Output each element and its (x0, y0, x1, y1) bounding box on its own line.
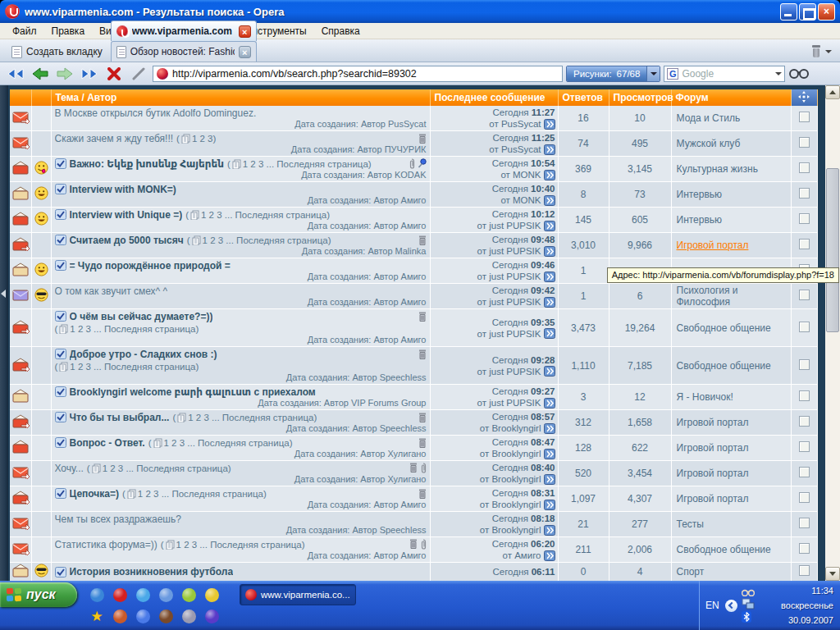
thread-checkbox[interactable] (799, 390, 810, 401)
quicklaunch-opera-icon[interactable] (108, 584, 131, 605)
last-post-user[interactable]: от Brooklyngirl (480, 499, 555, 510)
search-engine-dropdown-icon[interactable] (775, 72, 782, 75)
header-replies[interactable]: Ответов (558, 89, 609, 106)
thread-title-link[interactable]: О чём вы сейчас думаете?=)) (70, 311, 213, 322)
quicklaunch-ie-icon[interactable] (131, 584, 154, 605)
tray-collapse-button[interactable] (725, 600, 737, 612)
page-links[interactable]: (1 2 3 ... Последняя страница) (172, 413, 317, 422)
go-last-post-icon[interactable] (544, 195, 555, 206)
last-post-user[interactable]: от Brooklyngirl (480, 524, 555, 536)
go-last-post-icon[interactable] (544, 366, 555, 377)
images-dropdown[interactable]: Рисунки: 67/68 (566, 66, 660, 82)
tray-network-icon[interactable] (742, 598, 755, 609)
thread-checkbox[interactable] (799, 543, 810, 554)
menu-item-help[interactable]: Справка (314, 24, 368, 39)
menu-item-file[interactable]: Файл (5, 24, 44, 39)
go-last-post-icon[interactable] (544, 119, 555, 130)
thread-checkbox[interactable] (799, 492, 810, 503)
thread-title-link[interactable]: = Чудо порождённое природой = (70, 260, 231, 272)
quicklaunch-nero-icon[interactable] (108, 605, 131, 627)
thread-checkbox[interactable] (799, 239, 810, 249)
last-post-user[interactable]: от Brooklyngirl (480, 448, 555, 459)
back-button[interactable] (30, 65, 51, 83)
last-post-user[interactable]: от just PUPSIK (477, 220, 555, 231)
last-post-user[interactable]: от Амиго (503, 550, 555, 561)
page-links[interactable]: (1 2 3 ... Последняя страница) (227, 159, 372, 169)
last-post-user[interactable]: от MONK (500, 169, 555, 180)
scroll-up-button[interactable] (825, 85, 840, 99)
page-links[interactable]: (1 2 3 ... Последняя страница) (55, 324, 199, 334)
go-last-post-icon[interactable] (544, 144, 555, 155)
go-last-post-icon[interactable] (544, 550, 555, 561)
last-post-user[interactable]: от MONK (500, 194, 555, 206)
thread-checkbox[interactable] (799, 565, 810, 576)
go-last-post-icon[interactable] (544, 297, 555, 308)
thread-checkbox[interactable] (799, 322, 810, 332)
web-search-box[interactable]: G (664, 66, 785, 82)
thread-title-link[interactable]: Цепочка=) (70, 488, 120, 500)
thread-checkbox[interactable] (799, 518, 810, 528)
thread-title-link[interactable]: Что бы ты выбрал... (70, 412, 170, 423)
reload-button[interactable] (128, 65, 149, 83)
panel-toggle-arrow-icon[interactable] (1, 290, 6, 298)
zoom-glasses-button[interactable] (788, 65, 810, 83)
thread-title-link[interactable]: Статистика форума=)) (55, 539, 158, 550)
go-last-post-icon[interactable] (544, 474, 555, 485)
quicklaunch-mail-icon[interactable] (154, 584, 177, 605)
start-button[interactable]: пуск (0, 582, 77, 607)
page-links[interactable]: (1 2 3) (176, 134, 216, 144)
quicklaunch-winamp-icon[interactable] (200, 584, 223, 605)
header-forum[interactable]: Форум (671, 89, 791, 106)
thread-checkbox[interactable] (799, 359, 810, 370)
quicklaunch-app2-icon[interactable] (177, 605, 200, 627)
tab-close-button[interactable]: × (239, 25, 251, 38)
quicklaunch-app3-icon[interactable] (200, 605, 223, 627)
forum-link[interactable]: Игровой портал (677, 240, 749, 251)
thread-checkbox[interactable] (799, 162, 810, 173)
address-bar[interactable] (153, 66, 563, 82)
thread-checkbox[interactable] (799, 441, 810, 452)
thread-checkbox[interactable] (799, 290, 810, 300)
thread-title-link[interactable]: Считаем до 5000 тысяч (70, 235, 184, 246)
search-input[interactable] (682, 68, 772, 80)
go-last-post-icon[interactable] (544, 272, 555, 282)
quicklaunch-app1-icon[interactable] (154, 605, 177, 627)
last-post-user[interactable]: от PusSycat (489, 118, 555, 130)
header-views[interactable]: Просмотров (609, 89, 671, 106)
new-tab-button[interactable]: Создать вкладку (3, 42, 111, 62)
thread-checkbox[interactable] (799, 213, 810, 224)
last-post-user[interactable]: от just PUPSIK (477, 271, 555, 282)
thread-title-link[interactable]: Interview with Unique =) (70, 209, 183, 221)
closed-tabs-trash-button[interactable] (810, 45, 837, 62)
thread-title-link[interactable]: Interview with MONK=) (70, 184, 176, 195)
thread-title-link[interactable]: История возникновения футбола (70, 566, 234, 578)
thread-title-link[interactable]: Доброе утро - Сладких снов :) (70, 349, 217, 360)
thread-checkbox[interactable] (799, 416, 810, 427)
task-button-viparmenia[interactable]: www.viparmenia.co... (240, 584, 356, 605)
go-last-post-icon[interactable] (544, 500, 555, 510)
minimize-button[interactable] (780, 3, 797, 21)
last-post-user[interactable]: от Brooklyngirl (480, 422, 555, 434)
quicklaunch-icq-icon[interactable] (177, 584, 200, 605)
thread-checkbox[interactable] (799, 188, 810, 199)
thread-checkbox[interactable] (799, 467, 810, 477)
tab-1[interactable]: Обзор новостей: Fashio...× (111, 41, 257, 62)
last-post-user[interactable]: от just PUPSIK (477, 296, 555, 308)
page-links[interactable]: (1 2 3 ... Последняя страница) (185, 210, 330, 220)
stop-button[interactable] (103, 65, 125, 83)
tray-bluetooth-icon[interactable] (742, 611, 751, 623)
last-post-user[interactable]: от just PUPSIK (477, 245, 555, 257)
go-last-post-icon[interactable] (544, 449, 555, 459)
page-links[interactable]: (1 2 3 ... Последняя страница) (55, 362, 199, 372)
thread-title-link[interactable]: О том как звучит смех^ ^ (55, 285, 168, 297)
tray-glasses-icon[interactable] (742, 589, 755, 596)
language-indicator[interactable]: EN (700, 600, 725, 611)
go-last-post-icon[interactable] (544, 423, 555, 434)
thread-checkbox[interactable] (799, 137, 810, 148)
header-topic[interactable]: Тема / Автор (51, 89, 430, 106)
quicklaunch-media-player-icon[interactable] (131, 605, 154, 627)
go-last-post-icon[interactable] (544, 328, 555, 339)
fast-forward-button[interactable] (79, 65, 100, 83)
header-inline-mod[interactable] (791, 89, 817, 106)
forward-button[interactable] (54, 65, 75, 83)
